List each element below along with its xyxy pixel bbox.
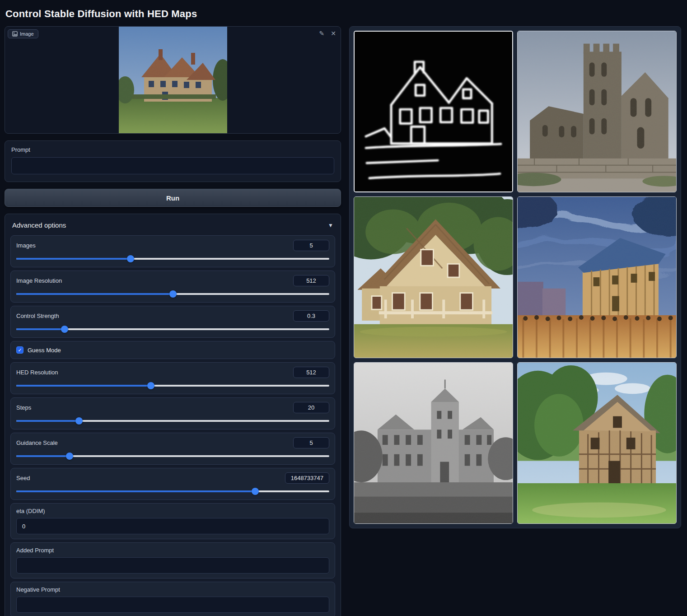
advanced-options-accordion[interactable]: Advanced options ▼ — [10, 219, 335, 235]
uploaded-image[interactable] — [5, 27, 341, 133]
seed-value[interactable]: 1648733747 — [285, 472, 329, 484]
steps-slider[interactable] — [16, 417, 329, 425]
steps-value[interactable]: 20 — [293, 402, 329, 413]
guidance-scale-value[interactable]: 5 — [293, 437, 329, 448]
eta-ddim-label: eta (DDIM) — [16, 508, 329, 514]
negative-prompt-input[interactable] — [16, 597, 329, 613]
image-resolution-value[interactable]: 512 — [293, 275, 329, 286]
steps-slider-block: Steps 20 — [10, 397, 335, 429]
slider-thumb[interactable] — [127, 255, 134, 262]
gallery-image-painted-building[interactable] — [517, 196, 677, 358]
slider-thumb[interactable] — [169, 290, 177, 298]
control-strength-slider[interactable] — [16, 326, 329, 333]
steps-label: Steps — [16, 404, 31, 411]
negative-prompt-label: Negative Prompt — [16, 586, 329, 593]
image-label-tag: Image — [8, 29, 38, 38]
image-resolution-label: Image Resolution — [16, 277, 62, 284]
gallery-image-hed-edge-map[interactable] — [354, 31, 513, 192]
chevron-down-icon: ▼ — [328, 222, 333, 229]
guess-mode-label: Guess Mode — [28, 347, 61, 354]
guidance-scale-slider-block: Guidance Scale 5 — [10, 433, 335, 465]
added-prompt-block: Added Prompt — [10, 542, 335, 579]
edit-image-button[interactable]: ✎ — [318, 29, 326, 37]
main-layout: Image ✎ ✕ — [5, 26, 681, 616]
app-root: Control Stable Diffusion with HED Maps I… — [0, 0, 687, 616]
eta-ddim-input[interactable] — [16, 518, 329, 534]
control-strength-value[interactable]: 0.3 — [293, 310, 329, 322]
slider-thumb[interactable] — [61, 326, 68, 333]
advanced-options-label: Advanced options — [12, 221, 66, 229]
slider-thumb[interactable] — [147, 382, 154, 389]
clear-image-button[interactable]: ✕ — [330, 29, 337, 37]
uploaded-house-photo — [119, 27, 227, 133]
gallery-image-stone-castle[interactable] — [517, 31, 677, 192]
controls-column: Image ✎ ✕ — [5, 26, 341, 616]
negative-prompt-block: Negative Prompt — [10, 582, 335, 616]
output-gallery — [349, 26, 681, 528]
gallery-image-grayscale-building[interactable] — [354, 362, 513, 524]
image-resolution-slider-block: Image Resolution 512 — [10, 271, 335, 303]
page-title: Control Stable Diffusion with HED Maps — [5, 5, 681, 26]
slider-thumb[interactable] — [75, 417, 83, 425]
added-prompt-input[interactable] — [16, 557, 329, 574]
images-label: Images — [16, 242, 36, 249]
prompt-input[interactable] — [11, 157, 334, 174]
seed-slider[interactable] — [16, 488, 329, 495]
slider-thumb[interactable] — [66, 453, 73, 460]
seed-slider-block: Seed 1648733747 — [10, 468, 335, 500]
hed-resolution-slider-block: HED Resolution 512 — [10, 362, 335, 394]
guidance-scale-label: Guidance Scale — [16, 439, 58, 446]
images-value[interactable]: 5 — [293, 240, 329, 251]
seed-label: Seed — [16, 475, 30, 481]
advanced-options-panel: Advanced options ▼ Images 5 Im — [5, 214, 341, 616]
image-upload-component[interactable]: Image ✎ ✕ — [5, 26, 341, 134]
guess-mode-checkbox[interactable] — [16, 346, 23, 354]
guidance-scale-slider[interactable] — [16, 453, 329, 460]
gallery-image-timber-house[interactable] — [517, 362, 677, 524]
hed-resolution-label: HED Resolution — [16, 369, 58, 376]
prompt-component: Prompt — [5, 140, 341, 182]
control-strength-slider-block: Control Strength 0.3 — [10, 306, 335, 338]
image-actions: ✎ ✕ — [318, 29, 337, 37]
image-label: Image — [20, 31, 34, 37]
eta-ddim-block: eta (DDIM) — [10, 503, 335, 539]
images-slider-block: Images 5 — [10, 235, 335, 267]
hed-resolution-value[interactable]: 512 — [293, 367, 329, 378]
image-resolution-slider[interactable] — [16, 290, 329, 298]
prompt-label: Prompt — [11, 146, 334, 153]
added-prompt-label: Added Prompt — [16, 547, 329, 554]
images-slider[interactable] — [16, 255, 329, 262]
image-icon — [12, 31, 18, 37]
slider-thumb[interactable] — [252, 488, 259, 495]
guess-mode-row[interactable]: Guess Mode — [10, 341, 335, 359]
gallery-image-wooden-house[interactable] — [354, 196, 513, 358]
hed-resolution-slider[interactable] — [16, 382, 329, 389]
run-button[interactable]: Run — [5, 189, 341, 207]
control-strength-label: Control Strength — [16, 313, 59, 319]
